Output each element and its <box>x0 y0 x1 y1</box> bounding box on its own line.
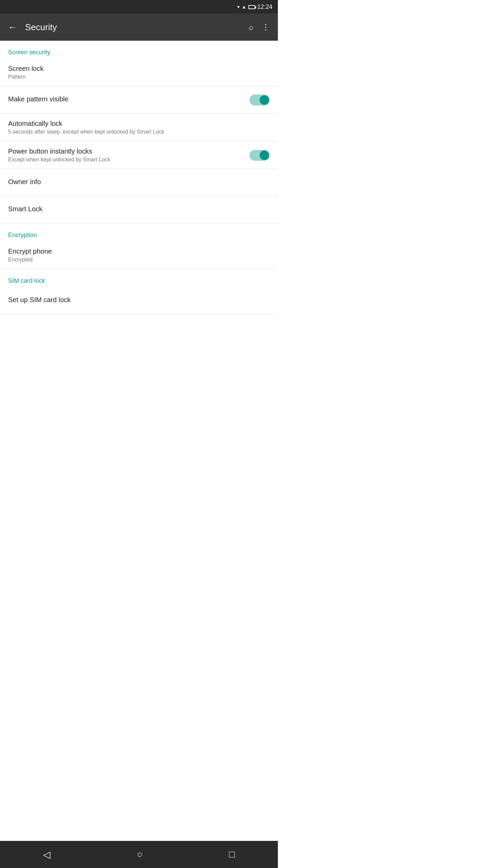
setting-subtitle-power-button-instantly-locks: Except when kept unlocked by Smart Lock <box>8 157 249 163</box>
page-title: Security <box>25 22 241 33</box>
wifi-icon: ▾ <box>237 4 240 9</box>
setting-text-power-button-instantly-locks: Power button instantly locksExcept when … <box>8 147 249 163</box>
setting-text-make-pattern-visible: Make pattern visible <box>8 95 249 104</box>
search-icon[interactable]: ⌕ <box>246 20 256 35</box>
setting-text-encrypt-phone: Encrypt phoneEncrypted <box>8 248 270 263</box>
setting-item-power-button-instantly-locks[interactable]: Power button instantly locksExcept when … <box>0 141 278 169</box>
setting-title-make-pattern-visible: Make pattern visible <box>8 95 249 103</box>
toggle-make-pattern-visible[interactable] <box>249 95 270 105</box>
toggle-knob-make-pattern-visible <box>260 95 269 105</box>
status-bar: ▾ ▲ 12:24 <box>0 0 278 14</box>
setting-item-encrypt-phone[interactable]: Encrypt phoneEncrypted <box>0 241 278 269</box>
battery-icon <box>248 4 255 9</box>
toggle-knob-power-button-instantly-locks <box>260 151 269 160</box>
setting-title-set-up-sim-card-lock: Set up SIM card lock <box>8 296 270 304</box>
setting-subtitle-encrypt-phone: Encrypted <box>8 257 270 263</box>
setting-text-smart-lock: Smart Lock <box>8 205 270 214</box>
setting-item-set-up-sim-card-lock[interactable]: Set up SIM card lock <box>0 287 278 314</box>
setting-title-automatically-lock: Automatically lock <box>8 120 270 127</box>
setting-text-owner-info: Owner info <box>8 178 270 187</box>
status-icons: ▾ ▲ 12:24 <box>237 3 272 11</box>
setting-subtitle-screen-lock: Pattern <box>8 74 270 80</box>
setting-subtitle-automatically-lock: 5 seconds after sleep, except when kept … <box>8 129 270 135</box>
toggle-power-button-instantly-locks[interactable] <box>249 150 270 161</box>
settings-content: Screen securityScreen lockPatternMake pa… <box>0 41 278 314</box>
app-bar-actions: ⌕ ⋮ <box>246 20 272 35</box>
setting-item-smart-lock[interactable]: Smart Lock <box>0 196 278 223</box>
status-time: 12:24 <box>257 3 272 11</box>
section-header-encryption: Encryption <box>0 223 278 241</box>
more-options-icon[interactable]: ⋮ <box>259 20 272 35</box>
section-header-screen-security: Screen security <box>0 41 278 59</box>
setting-title-encrypt-phone: Encrypt phone <box>8 248 270 255</box>
setting-item-automatically-lock[interactable]: Automatically lock5 seconds after sleep,… <box>0 114 278 141</box>
setting-text-automatically-lock: Automatically lock5 seconds after sleep,… <box>8 120 270 135</box>
back-button[interactable]: ← <box>5 19 20 35</box>
setting-title-owner-info: Owner info <box>8 178 270 186</box>
signal-icon: ▲ <box>242 4 246 9</box>
setting-item-screen-lock[interactable]: Screen lockPattern <box>0 59 278 86</box>
setting-item-make-pattern-visible[interactable]: Make pattern visible <box>0 86 278 114</box>
setting-title-smart-lock: Smart Lock <box>8 205 270 213</box>
setting-item-owner-info[interactable]: Owner info <box>0 169 278 196</box>
app-bar: ← Security ⌕ ⋮ <box>0 14 278 41</box>
section-header-sim-card-lock: SIM card lock <box>0 269 278 287</box>
setting-title-screen-lock: Screen lock <box>8 65 270 73</box>
setting-title-power-button-instantly-locks: Power button instantly locks <box>8 147 249 155</box>
setting-text-screen-lock: Screen lockPattern <box>8 65 270 80</box>
setting-text-set-up-sim-card-lock: Set up SIM card lock <box>8 296 270 305</box>
